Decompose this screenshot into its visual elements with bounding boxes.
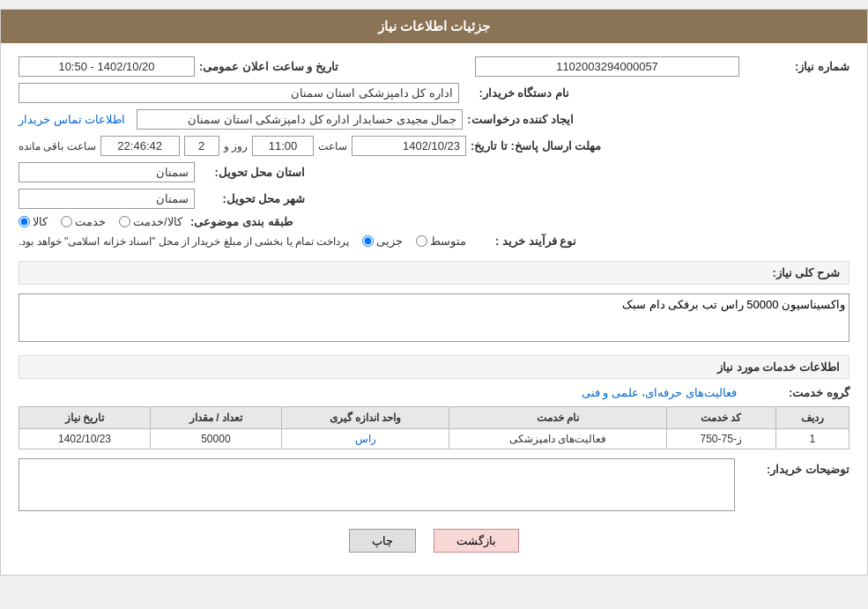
ijad-value: جمال مجیدی حسابدار اداره کل دامپزشکی است… <box>137 109 463 130</box>
ijad-label: ایجاد کننده درخواست: <box>467 113 574 126</box>
radio-kala-khedmat: کالا/خدمت <box>119 215 182 228</box>
cell-tarikh: 1402/10/23 <box>19 429 151 449</box>
radio-kala-input[interactable] <box>19 216 30 227</box>
cell-tedad: 50000 <box>150 429 281 449</box>
nam-dastgah-value: اداره کل دامپزشکی استان سمنان <box>19 83 459 103</box>
cell-radif: 1 <box>775 429 849 449</box>
radio-kala-khedmat-label: کالا/خدمت <box>133 215 182 228</box>
ostan-value: سمنان <box>19 162 195 182</box>
radio-khedmat-label: خدمت <box>75 215 106 228</box>
radio-kala-khedmat-input[interactable] <box>119 216 130 227</box>
noe-notice: پرداخت تمام یا بخشی از مبلغ خریدار از مح… <box>19 235 349 248</box>
tabaqe-radio-group: کالا/خدمت خدمت کالا <box>19 215 182 228</box>
shahr-value: سمنان <box>19 189 195 209</box>
radio-motevaset: متوسط <box>416 234 466 248</box>
radio-jozi: جزیی <box>362 234 403 248</box>
radio-motevaset-label: متوسط <box>430 234 466 248</box>
col-tarikh: تاریخ نیاز <box>19 407 151 429</box>
cell-name: فعالیت‌های دامپزشکی <box>449 429 666 449</box>
mande-value: 22:46:42 <box>100 136 180 156</box>
group-label: گروه خدمت: <box>744 386 849 399</box>
nam-dastgah-label: نام دستگاه خریدار: <box>464 86 569 100</box>
group-value[interactable]: فعالیت‌های حرفه‌ای، علمی و فنی <box>582 386 737 399</box>
radio-jozi-input[interactable] <box>362 235 374 247</box>
shahr-label: شهر محل تحویل: <box>199 192 305 205</box>
mohlat-saat-label: ساعت <box>318 140 347 152</box>
radio-motevaset-input[interactable] <box>416 235 427 247</box>
noe-radio-group: متوسط جزیی <box>362 234 466 248</box>
tabaqe-label: طبقه بندی موضوعی: <box>187 215 293 228</box>
print-button[interactable]: چاپ <box>349 529 416 553</box>
table-row: 1ز-75-750فعالیت‌های دامپزشکیراس500001402… <box>19 429 849 449</box>
radio-khedmat-input[interactable] <box>61 216 72 227</box>
tarikh-label: تاریخ و ساعت اعلان عمومی: <box>199 60 338 73</box>
mohlat-date: 1402/10/23 <box>352 136 466 156</box>
mohlat-saat-value: 11:00 <box>252 136 314 156</box>
tawsiyat-textarea[interactable] <box>19 458 735 511</box>
tarikh-value: 1402/10/20 - 10:50 <box>19 56 195 77</box>
vahed-link[interactable]: راس <box>355 433 376 445</box>
action-bar: بازگشت چاپ <box>19 529 849 553</box>
mohlat-label: مهلت ارسال پاسخ: تا تاریخ: <box>471 139 601 152</box>
service-table: ردیف کد خدمت نام خدمت واحد اندازه گیری ت… <box>19 406 849 449</box>
col-radif: ردیف <box>775 407 849 429</box>
mohlat-rooz-value: 2 <box>184 136 219 156</box>
radio-khedmat: خدمت <box>61 215 106 228</box>
tawsiyat-label: توضیحات خریدار: <box>744 458 849 476</box>
col-vahed: واحد اندازه گیری <box>281 407 449 429</box>
page-title: جزئیات اطلاعات نیاز <box>1 10 867 43</box>
service-section-title: اطلاعات خدمات مورد نیاز <box>19 355 849 379</box>
mande-label: ساعت باقی مانده <box>19 140 96 152</box>
col-tedad: تعداد / مقدار <box>150 407 281 429</box>
mohlat-rooz-label: روز و <box>224 140 248 152</box>
shomara-niaz-label: شماره نیاز: <box>744 60 849 73</box>
noe-label: نوع فرآیند خرید : <box>471 234 576 248</box>
sharh-textarea[interactable] <box>19 293 849 342</box>
ettelaat-link[interactable]: اطلاعات تماس خریدار <box>19 113 125 126</box>
shomara-niaz-value: 1102003294000057 <box>475 56 739 77</box>
sharh-section-title: شرح کلی نیاز: <box>19 261 849 285</box>
cell-vahed: راس <box>281 429 449 449</box>
radio-kala-label: کالا <box>33 215 48 228</box>
cell-kod: ز-75-750 <box>666 429 775 449</box>
radio-kala: کالا <box>19 215 48 228</box>
radio-jozi-label: جزیی <box>376 234 403 248</box>
col-name: نام خدمت <box>449 407 666 429</box>
ostan-label: استان محل تحویل: <box>199 166 305 179</box>
back-button[interactable]: بازگشت <box>434 529 519 553</box>
col-kod: کد خدمت <box>666 407 775 429</box>
